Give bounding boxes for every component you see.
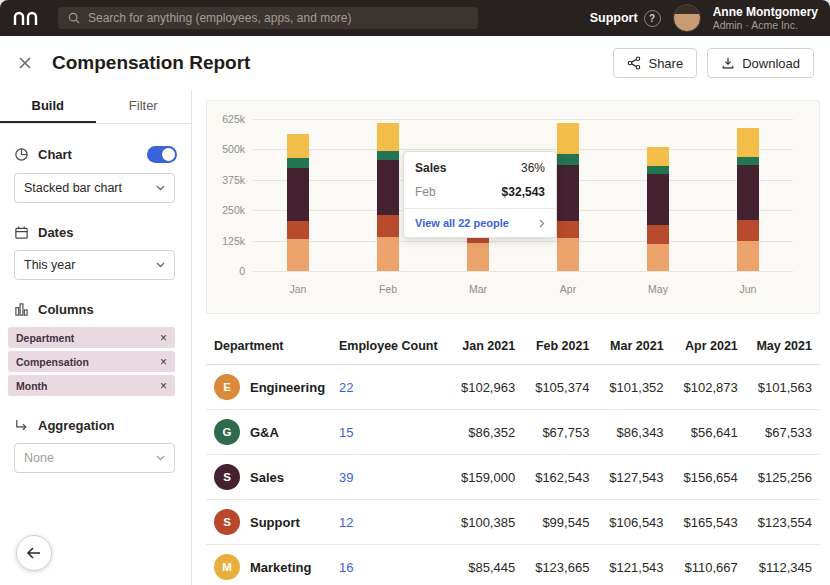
x-axis: JanFebMarAprMayJun bbox=[253, 283, 793, 295]
tooltip-view-all-link[interactable]: View all 22 people bbox=[404, 208, 556, 237]
bar-segment-marketing[interactable] bbox=[377, 123, 399, 151]
dates-value: This year bbox=[24, 258, 75, 272]
bar-segment-ga[interactable] bbox=[737, 157, 759, 166]
close-icon[interactable] bbox=[16, 54, 34, 72]
y-axis-label: 0 bbox=[239, 265, 245, 277]
bar-feb[interactable] bbox=[377, 119, 399, 271]
bar-jun[interactable] bbox=[737, 119, 759, 271]
dates-select[interactable]: This year bbox=[14, 250, 175, 280]
download-button[interactable]: Download bbox=[707, 48, 814, 78]
bar-segment-support[interactable] bbox=[737, 220, 759, 241]
bar-segment-marketing[interactable] bbox=[557, 123, 579, 155]
compensation-value: $162,543 bbox=[515, 470, 589, 485]
download-label: Download bbox=[742, 56, 800, 71]
remove-icon[interactable]: × bbox=[160, 356, 167, 368]
bar-segment-ga[interactable] bbox=[647, 166, 669, 173]
bar-segment-sales[interactable] bbox=[287, 168, 309, 222]
bar-segment-marketing[interactable] bbox=[647, 147, 669, 166]
pill-label: Month bbox=[16, 380, 48, 392]
column-pill-compensation[interactable]: Compensation× bbox=[8, 351, 175, 372]
bar-segment-ga[interactable] bbox=[287, 158, 309, 168]
department-cell: SSupport bbox=[214, 509, 339, 535]
topbar: Search for anything (employees, apps, an… bbox=[0, 0, 830, 36]
app-window: Search for anything (employees, apps, an… bbox=[0, 0, 830, 585]
employee-count-link[interactable]: 12 bbox=[339, 515, 441, 530]
department-avatar: M bbox=[214, 554, 240, 580]
employee-count-link[interactable]: 22 bbox=[339, 380, 441, 395]
y-axis-label: 625k bbox=[222, 113, 245, 125]
bar-segment-engineering[interactable] bbox=[737, 241, 759, 271]
compensation-value: $86,352 bbox=[441, 425, 515, 440]
bar-segment-engineering[interactable] bbox=[557, 238, 579, 271]
bar-jan[interactable] bbox=[287, 119, 309, 271]
chart-toggle[interactable] bbox=[147, 146, 177, 163]
topbar-right: Support ? Anne Montgomery Admin · Acme I… bbox=[590, 4, 818, 32]
tab-build[interactable]: Build bbox=[0, 90, 96, 123]
bar-segment-engineering[interactable] bbox=[467, 243, 489, 271]
bar-segment-sales[interactable] bbox=[377, 160, 399, 215]
column-header: Apr 2021 bbox=[664, 339, 738, 353]
bar-segment-marketing[interactable] bbox=[737, 128, 759, 156]
bar-segment-engineering[interactable] bbox=[287, 239, 309, 271]
employee-count-link[interactable]: 39 bbox=[339, 470, 441, 485]
compensation-value: $125,256 bbox=[738, 470, 812, 485]
bar-segment-support[interactable] bbox=[377, 215, 399, 237]
aggregation-value: None bbox=[24, 451, 54, 465]
tooltip-series: Sales bbox=[415, 161, 446, 175]
user-info[interactable]: Anne Montgomery Admin · Acme Inc. bbox=[713, 5, 818, 32]
bar-apr[interactable] bbox=[557, 119, 579, 271]
department-avatar: E bbox=[214, 374, 240, 400]
bar-segment-sales[interactable] bbox=[737, 165, 759, 220]
dates-section-label: Dates bbox=[38, 225, 73, 240]
employee-count-link[interactable]: 16 bbox=[339, 560, 441, 575]
bar-segment-support[interactable] bbox=[647, 225, 669, 244]
tooltip-link-label: View all 22 people bbox=[415, 217, 509, 229]
department-avatar: S bbox=[214, 464, 240, 490]
support-link[interactable]: Support ? bbox=[590, 10, 661, 27]
bar-may[interactable] bbox=[647, 119, 669, 271]
x-axis-label: Jan bbox=[253, 283, 343, 295]
bar-segment-ga[interactable] bbox=[377, 151, 399, 161]
column-pill-month[interactable]: Month× bbox=[8, 375, 175, 396]
table-body: EEngineering22$102,963$105,374$101,352$1… bbox=[206, 365, 820, 585]
table-row: EEngineering22$102,963$105,374$101,352$1… bbox=[206, 365, 820, 410]
download-icon bbox=[721, 56, 735, 70]
compensation-value: $121,543 bbox=[589, 560, 663, 575]
bar-segment-sales[interactable] bbox=[557, 165, 579, 221]
global-search-input[interactable]: Search for anything (employees, apps, an… bbox=[58, 7, 478, 29]
gridline bbox=[253, 271, 793, 272]
user-role: Admin · Acme Inc. bbox=[713, 19, 818, 32]
remove-icon[interactable]: × bbox=[160, 332, 167, 344]
bar-segment-engineering[interactable] bbox=[377, 237, 399, 271]
avatar[interactable] bbox=[673, 4, 701, 32]
remove-icon[interactable]: × bbox=[160, 380, 167, 392]
department-name: G&A bbox=[250, 425, 279, 440]
employee-count-link[interactable]: 15 bbox=[339, 425, 441, 440]
aggregation-select[interactable]: None bbox=[14, 443, 175, 473]
compensation-value: $102,873 bbox=[664, 380, 738, 395]
titlebar: Compensation Report Share Download bbox=[0, 36, 830, 90]
chevron-down-icon bbox=[156, 455, 165, 461]
x-axis-label: May bbox=[613, 283, 703, 295]
search-placeholder: Search for anything (employees, apps, an… bbox=[88, 11, 351, 25]
department-name: Engineering bbox=[250, 380, 325, 395]
bar-segment-marketing[interactable] bbox=[287, 134, 309, 158]
bar-segment-support[interactable] bbox=[557, 221, 579, 238]
bar-segment-support[interactable] bbox=[287, 221, 309, 239]
chart-type-select[interactable]: Stacked bar chart bbox=[14, 173, 175, 203]
tab-filter[interactable]: Filter bbox=[96, 90, 192, 123]
y-axis-label: 375k bbox=[222, 174, 245, 186]
column-pill-department[interactable]: Department× bbox=[8, 327, 175, 348]
rippling-logo-icon bbox=[12, 10, 42, 26]
bar-segment-ga[interactable] bbox=[557, 154, 579, 165]
bar-segment-engineering[interactable] bbox=[647, 244, 669, 271]
rippling-logo[interactable] bbox=[12, 10, 42, 26]
bar-segment-sales[interactable] bbox=[647, 174, 669, 225]
compensation-value: $127,543 bbox=[589, 470, 663, 485]
search-icon bbox=[68, 12, 80, 24]
chart-tooltip: Sales 36% Feb $32,543 View all 22 people bbox=[403, 151, 557, 238]
share-button[interactable]: Share bbox=[613, 48, 697, 78]
pill-label: Department bbox=[16, 332, 74, 344]
y-axis-label: 125k bbox=[222, 235, 245, 247]
back-button[interactable] bbox=[16, 535, 52, 571]
